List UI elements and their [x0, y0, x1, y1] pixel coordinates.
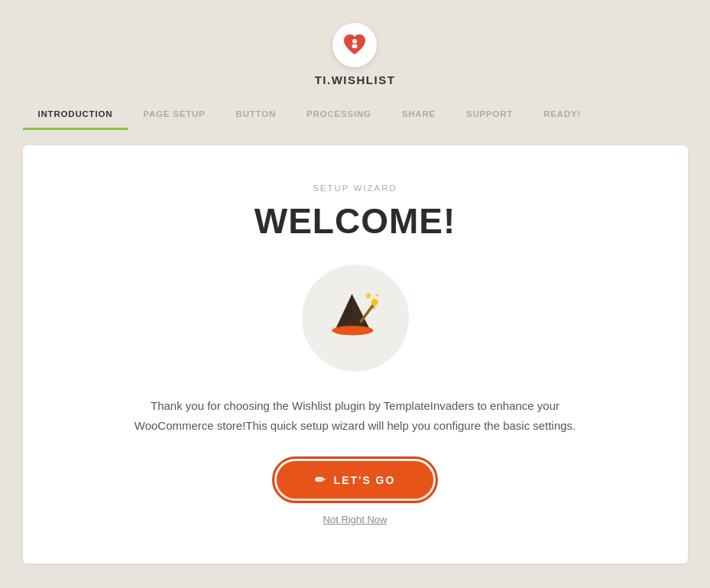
heart-icon — [341, 31, 368, 59]
tab-button[interactable]: BUTTON — [221, 100, 292, 130]
svg-text:✦: ✦ — [374, 292, 380, 299]
tab-page-setup[interactable]: PAGE SETUP — [128, 100, 220, 130]
setup-wizard-label: SETUP WIZARD — [313, 184, 397, 193]
tab-ready[interactable]: READY! — [528, 100, 596, 130]
svg-text:★: ★ — [363, 291, 372, 301]
svg-point-9 — [371, 299, 378, 306]
svg-point-6 — [332, 326, 373, 336]
not-right-now-button[interactable]: Not Right Now — [323, 514, 387, 525]
tab-share[interactable]: SHARE — [387, 100, 451, 130]
tab-processing[interactable]: PROCESSING — [291, 100, 387, 130]
wand-icon: ✏ — [315, 473, 326, 487]
logo-area: TI.WISHLIST — [315, 23, 396, 86]
lets-go-label: LET'S GO — [334, 474, 396, 486]
logo-circle — [332, 23, 377, 67]
wizard-hat-icon: ★ ★ ★ ✦ — [321, 284, 390, 352]
nav-tabs: INTRODUCTION PAGE SETUP BUTTON PROCESSIN… — [23, 100, 688, 130]
svg-rect-1 — [352, 44, 358, 48]
tab-introduction[interactable]: INTRODUCTION — [23, 100, 128, 130]
lets-go-button[interactable]: ✏ LET'S GO — [277, 461, 434, 499]
tab-support[interactable]: SUPPORT — [451, 100, 528, 130]
description-text: Thank you for choosing the Wishlist plug… — [126, 396, 585, 435]
wizard-illustration-container: ★ ★ ★ ✦ — [302, 265, 409, 372]
welcome-title: WELCOME! — [254, 200, 456, 242]
svg-point-0 — [352, 39, 357, 44]
main-card: SETUP WIZARD WELCOME! ★ ★ ★ ✦ Thank you … — [23, 145, 688, 564]
app-title: TI.WISHLIST — [315, 73, 396, 86]
